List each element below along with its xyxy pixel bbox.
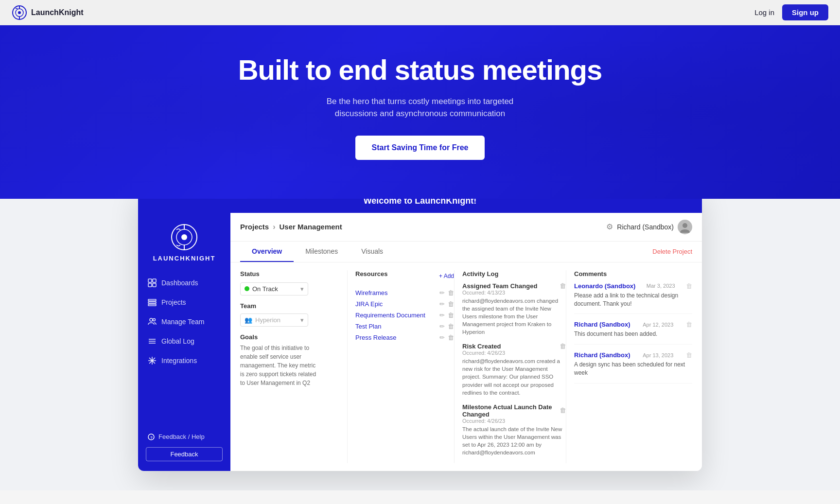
sidebar: LAUNCHKNIGHT Dashboards bbox=[138, 213, 230, 471]
comment-delete-icon-0[interactable]: 🗑 bbox=[686, 282, 692, 290]
feedback-button[interactable]: Feedback bbox=[146, 447, 223, 461]
tab-visuals[interactable]: Visuals bbox=[350, 242, 395, 262]
comment-text-2: A design sync has been scheduled for nex… bbox=[574, 361, 692, 377]
edit-icon[interactable]: ✏ bbox=[439, 334, 445, 341]
activity-desc-0: richard@floydendeavors.com changed the a… bbox=[462, 297, 566, 336]
comment-date-2: Apr 13, 2023 bbox=[643, 352, 673, 358]
comment-header-2: Richard (Sandbox) Apr 13, 2023 🗑 bbox=[574, 351, 692, 359]
activity-title-2: Milestone Actual Launch Date Changed 🗑 bbox=[462, 403, 566, 418]
status-column: Status On Track ▾ Team 👥 Hyperion ▾ Go bbox=[240, 270, 347, 463]
hero-title: Built to end status meetings bbox=[10, 54, 830, 86]
delete-icon[interactable]: 🗑 bbox=[448, 300, 454, 308]
settings-icon[interactable]: ⚙ bbox=[606, 222, 613, 231]
svg-rect-12 bbox=[148, 283, 152, 287]
svg-point-18 bbox=[153, 318, 156, 321]
preview-wrapper: Welcome to LaunchKnight! LAUNCHKNIGHT bbox=[0, 199, 840, 490]
team-select-icon: 👥 bbox=[245, 316, 252, 324]
delete-icon[interactable]: 🗑 bbox=[448, 289, 454, 296]
svg-rect-14 bbox=[148, 299, 156, 301]
status-value: On Track bbox=[252, 285, 278, 293]
navbar-actions: Log in Sign up bbox=[754, 4, 828, 20]
integrations-icon bbox=[148, 356, 157, 365]
login-button[interactable]: Log in bbox=[754, 8, 774, 17]
svg-rect-16 bbox=[148, 304, 156, 306]
comment-text-1: This document has been added. bbox=[574, 330, 692, 338]
activity-date-1: Occurred: 4/26/23 bbox=[462, 350, 566, 356]
resource-link-requirements[interactable]: Requirements Document bbox=[355, 312, 425, 319]
activity-delete-icon-1[interactable]: 🗑 bbox=[560, 343, 566, 350]
svg-rect-13 bbox=[153, 283, 156, 287]
svg-rect-10 bbox=[148, 279, 152, 282]
team-value: Hyperion bbox=[255, 316, 280, 324]
svg-point-25 bbox=[682, 223, 687, 228]
team-label: Team bbox=[240, 302, 347, 310]
status-select[interactable]: On Track ▾ bbox=[240, 282, 308, 295]
delete-project-button[interactable]: Delete Project bbox=[652, 248, 692, 255]
activity-delete-icon-2[interactable]: 🗑 bbox=[560, 407, 566, 414]
sidebar-item-dashboards[interactable]: Dashboards bbox=[138, 274, 230, 292]
breadcrumb-separator: › bbox=[273, 223, 275, 231]
sidebar-logo-icon bbox=[170, 223, 199, 252]
resource-link-testplan[interactable]: Test Plan bbox=[355, 323, 381, 330]
sidebar-item-integrations[interactable]: Integrations bbox=[138, 351, 230, 370]
activity-log-column: Activity Log Assigned Team Changed 🗑 Occ… bbox=[454, 270, 566, 463]
status-dot bbox=[245, 286, 249, 291]
sidebar-item-manage-team[interactable]: Manage Team bbox=[138, 313, 230, 331]
delete-icon[interactable]: 🗑 bbox=[448, 312, 454, 319]
user-avatar bbox=[678, 220, 692, 234]
comment-delete-icon-1[interactable]: 🗑 bbox=[686, 321, 692, 328]
breadcrumb: Projects › User Management bbox=[240, 223, 342, 231]
sidebar-help[interactable]: ? Feedback / Help bbox=[146, 429, 223, 444]
svg-text:?: ? bbox=[150, 435, 153, 439]
team-arrow-icon: ▾ bbox=[300, 316, 304, 324]
resource-link-pressrelease[interactable]: Press Release bbox=[355, 334, 397, 341]
comment-header-1: Richard (Sandbox) Apr 12, 2023 🗑 bbox=[574, 321, 692, 328]
user-name: Richard (Sandbox) bbox=[617, 223, 674, 231]
tabs-row: Overview Milestones Visuals Delete Proje… bbox=[230, 242, 702, 262]
resource-actions-requirements: ✏ 🗑 bbox=[439, 312, 454, 319]
help-icon: ? bbox=[148, 434, 155, 440]
comments-column: Comments Leonardo (Sandbox) Mar 3, 2023 … bbox=[566, 270, 692, 463]
svg-rect-11 bbox=[153, 279, 156, 282]
app-preview: Welcome to LaunchKnight! LAUNCHKNIGHT bbox=[138, 189, 702, 471]
signup-button[interactable]: Sign up bbox=[782, 4, 828, 20]
main-content: Projects › User Management ⚙ Richard (Sa… bbox=[230, 213, 702, 471]
sidebar-logo-area: LAUNCHKNIGHT bbox=[153, 223, 216, 262]
edit-icon[interactable]: ✏ bbox=[439, 323, 445, 330]
delete-icon[interactable]: 🗑 bbox=[448, 323, 454, 330]
delete-icon[interactable]: 🗑 bbox=[448, 334, 454, 341]
activity-desc-1: richard@floydendeavors.com created a new… bbox=[462, 357, 566, 396]
comment-author-2: Richard (Sandbox) bbox=[574, 351, 630, 359]
breadcrumb-parent[interactable]: Projects bbox=[240, 223, 269, 231]
svg-point-17 bbox=[150, 318, 153, 321]
cta-button[interactable]: Start Saving Time for Free bbox=[355, 136, 485, 160]
comment-delete-icon-2[interactable]: 🗑 bbox=[686, 351, 692, 359]
activity-title-text-2: Milestone Actual Launch Date Changed bbox=[462, 403, 560, 418]
tab-milestones[interactable]: Milestones bbox=[294, 242, 350, 262]
activity-title-text-0: Assigned Team Changed bbox=[462, 282, 537, 290]
edit-icon[interactable]: ✏ bbox=[439, 300, 445, 308]
edit-icon[interactable]: ✏ bbox=[439, 312, 445, 319]
list-item: Milestone Actual Launch Date Changed 🗑 O… bbox=[462, 403, 566, 456]
tab-overview[interactable]: Overview bbox=[240, 242, 294, 262]
sidebar-item-global-log[interactable]: Global Log bbox=[138, 332, 230, 350]
resource-actions-pressrelease: ✏ 🗑 bbox=[439, 334, 454, 341]
comment-date-1: Apr 12, 2023 bbox=[643, 322, 673, 328]
resources-header: Resources + Add bbox=[355, 270, 454, 282]
add-resource-button[interactable]: + Add bbox=[439, 273, 454, 279]
team-select[interactable]: 👥 Hyperion ▾ bbox=[240, 313, 308, 327]
list-item: Test Plan ✏ 🗑 bbox=[355, 321, 454, 332]
projects-icon bbox=[148, 298, 157, 307]
activity-title-0: Assigned Team Changed 🗑 bbox=[462, 282, 566, 290]
resources-column: Resources + Add Wireframes ✏ 🗑 JIRA Epic bbox=[347, 270, 454, 463]
list-item: Requirements Document ✏ 🗑 bbox=[355, 310, 454, 321]
edit-icon[interactable]: ✏ bbox=[439, 289, 445, 296]
sidebar-dashboards-label: Dashboards bbox=[161, 279, 198, 287]
resource-link-jira[interactable]: JIRA Epic bbox=[355, 300, 383, 308]
breadcrumb-current: User Management bbox=[280, 223, 342, 231]
navbar-logo: LaunchKnight bbox=[12, 5, 84, 20]
resource-link-wireframes[interactable]: Wireframes bbox=[355, 289, 387, 296]
activity-delete-icon-0[interactable]: 🗑 bbox=[560, 282, 566, 290]
sidebar-item-projects[interactable]: Projects bbox=[138, 293, 230, 312]
resource-actions-testplan: ✏ 🗑 bbox=[439, 323, 454, 330]
